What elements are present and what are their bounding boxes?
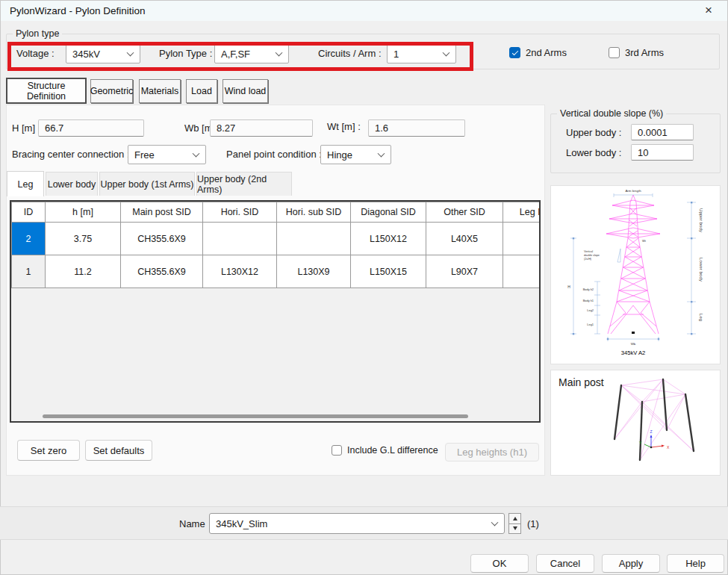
circuits-label: Circuits / Arm : bbox=[318, 48, 382, 59]
lower-body-input[interactable] bbox=[631, 144, 694, 161]
subtab-lower-body[interactable]: Lower body bbox=[46, 172, 98, 196]
cell-diagonal[interactable]: L150X12 bbox=[351, 223, 426, 255]
pylon-definition-dialog: PylonWizard - Pylon Definition × Pylon t… bbox=[0, 0, 728, 575]
tab-load[interactable]: Load bbox=[186, 79, 217, 103]
cell-hori-sub[interactable]: L130X9 bbox=[277, 255, 351, 288]
chevron-down-icon bbox=[378, 150, 385, 158]
voltage-select[interactable]: 345kV bbox=[66, 44, 140, 63]
wt-input[interactable] bbox=[368, 119, 465, 137]
ok-button[interactable]: OK bbox=[470, 554, 529, 573]
panel-point-value: Hinge bbox=[327, 149, 352, 161]
subtab-upper-body-1st[interactable]: Upper body (1st Arms) bbox=[99, 172, 195, 196]
pylon-schematic-image: Arm length Upper body Lower body Leg H W… bbox=[551, 186, 720, 364]
body-h1-label: Body h1 bbox=[583, 299, 594, 302]
col-hori-sid: Hori. SID bbox=[203, 202, 277, 223]
tab-label: Materials bbox=[141, 86, 179, 96]
third-arms-checkbox[interactable]: 3rd Arms bbox=[609, 47, 664, 58]
name-select[interactable]: 345kV_Slim bbox=[209, 513, 505, 534]
col-leg-div: Leg Div bbox=[503, 202, 541, 223]
tab-materials[interactable]: Materials bbox=[139, 79, 181, 103]
cell-diagonal[interactable]: L150X15 bbox=[351, 255, 426, 288]
bracing-label: Bracing center connection : bbox=[12, 149, 130, 160]
panel-point-select[interactable]: Hinge bbox=[320, 145, 391, 164]
tab-label: Wind load bbox=[225, 86, 267, 96]
tab-structure-definition[interactable]: Structure Definition bbox=[6, 78, 87, 104]
subtab-label: Upper body (2nd Arms) bbox=[197, 174, 291, 195]
tab-label: Load bbox=[191, 86, 212, 96]
spinner-down-button[interactable] bbox=[508, 524, 521, 535]
leg2-label: Leg2 bbox=[587, 308, 594, 312]
cell-leg-div[interactable] bbox=[503, 255, 541, 288]
cell-other[interactable]: L40X5 bbox=[426, 223, 503, 255]
cell-leg-div[interactable] bbox=[503, 223, 541, 255]
up-arrow-icon bbox=[513, 517, 517, 520]
lower-body-diagram-label: Lower body bbox=[699, 258, 704, 282]
set-defaults-button[interactable]: Set defaults bbox=[85, 440, 152, 461]
pylon-type-select[interactable]: A,F,SF bbox=[214, 44, 289, 63]
cell-main-post[interactable]: CH355.6X9 bbox=[121, 223, 203, 255]
second-arms-checkbox[interactable]: 2nd Arms bbox=[509, 47, 567, 58]
upper-body-input[interactable] bbox=[631, 124, 694, 140]
vertical-double-slope-group: Vertical double slope (%) Upper body : L… bbox=[550, 114, 721, 173]
table-header-row: ID h [m] Main post SID Hori. SID Hori. s… bbox=[12, 202, 541, 223]
bracing-value: Free bbox=[134, 149, 155, 161]
pylon-caption: 345kV A2 bbox=[621, 349, 646, 356]
set-zero-button[interactable]: Set zero bbox=[17, 440, 80, 461]
panel-point-label: Panel point condition : bbox=[226, 149, 322, 160]
cell-main-post[interactable]: CH355.6X9 bbox=[121, 255, 203, 288]
cell-h[interactable]: 11.2 bbox=[46, 255, 121, 288]
scrollbar-thumb[interactable] bbox=[43, 414, 468, 418]
cell-hori-sub[interactable] bbox=[277, 223, 351, 255]
chevron-down-icon bbox=[443, 49, 450, 57]
leg-heights-button[interactable]: Leg heights (h1) bbox=[445, 443, 539, 461]
axis-triad-icon bbox=[644, 435, 665, 448]
close-icon[interactable]: × bbox=[694, 1, 723, 21]
name-count: (1) bbox=[527, 518, 539, 529]
row-id-cell[interactable]: 2 bbox=[12, 223, 46, 255]
tab-geometric[interactable]: Geometric bbox=[90, 79, 133, 103]
cell-h[interactable]: 3.75 bbox=[46, 223, 121, 255]
circuits-value: 1 bbox=[393, 49, 399, 60]
cell-hori[interactable] bbox=[203, 223, 277, 255]
section-table: ID h [m] Main post SID Hori. SID Hori. s… bbox=[10, 200, 541, 423]
chevron-down-icon bbox=[276, 49, 283, 57]
col-id: ID bbox=[12, 202, 46, 223]
axis-y-label: Y bbox=[639, 441, 642, 445]
checkbox-check-icon bbox=[509, 47, 520, 58]
second-arms-label: 2nd Arms bbox=[526, 47, 567, 58]
subtab-label: Upper body (1st Arms) bbox=[100, 179, 193, 190]
vds-note-line3: (2s/H) bbox=[584, 258, 591, 261]
table-row[interactable]: 2 3.75 CH355.6X9 L150X12 L40X5 bbox=[12, 223, 541, 255]
table-row[interactable]: 1 11.2 CH355.6X9 L130X12 L130X9 L150X15 … bbox=[12, 255, 541, 288]
leg1-label: Leg1 bbox=[587, 323, 594, 326]
window-title: PylonWizard - Pylon Definition bbox=[10, 5, 146, 16]
wb-input[interactable] bbox=[210, 119, 313, 137]
cancel-button[interactable]: Cancel bbox=[536, 554, 594, 573]
circuits-select[interactable]: 1 bbox=[387, 44, 456, 63]
upper-body-label: Upper body : bbox=[566, 127, 621, 138]
name-section: Name 345kV_Slim (1) bbox=[0, 506, 728, 540]
name-spinner bbox=[508, 513, 521, 534]
cell-other[interactable]: L90X7 bbox=[426, 255, 503, 288]
chevron-down-icon bbox=[193, 150, 200, 158]
checkbox-empty-icon bbox=[332, 445, 342, 456]
h-label: H [m] : bbox=[12, 122, 40, 134]
include-gl-checkbox[interactable]: Include G.L difference bbox=[332, 445, 438, 456]
tab-wind-load[interactable]: Wind load bbox=[223, 79, 268, 103]
col-main-post-sid: Main post SID bbox=[121, 202, 203, 223]
h-input[interactable] bbox=[38, 119, 144, 137]
spinner-up-button[interactable] bbox=[508, 513, 521, 524]
subtab-leg[interactable]: Leg bbox=[7, 171, 44, 196]
row-id-cell[interactable]: 1 bbox=[12, 255, 46, 288]
horizontal-scrollbar[interactable] bbox=[11, 411, 539, 421]
subtab-upper-body-2nd[interactable]: Upper body (2nd Arms) bbox=[196, 172, 292, 196]
vds-note-line1: Vertical bbox=[584, 250, 593, 253]
bracing-select[interactable]: Free bbox=[128, 145, 206, 164]
pylon-schematic-panel: Arm length Upper body Lower body Leg H W… bbox=[550, 185, 721, 364]
help-button[interactable]: Help bbox=[667, 554, 724, 573]
name-label: Name bbox=[179, 518, 205, 529]
apply-button[interactable]: Apply bbox=[602, 554, 660, 573]
cell-hori[interactable]: L130X12 bbox=[203, 255, 277, 288]
wt-diagram-label: Wt bbox=[642, 239, 647, 243]
voltage-value: 345kV bbox=[72, 49, 100, 60]
